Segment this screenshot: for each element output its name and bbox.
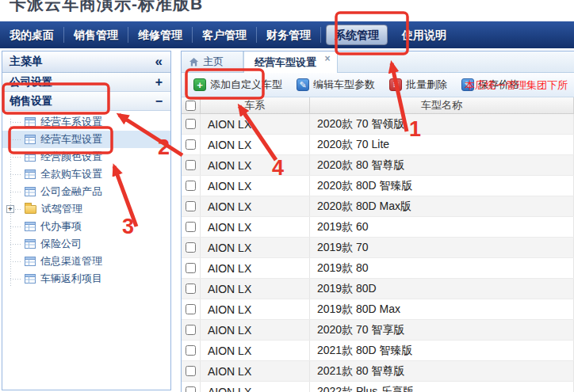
collapse-sidebar-icon[interactable]: « — [155, 56, 163, 67]
row-checkbox[interactable] — [186, 284, 196, 294]
table-row[interactable]: AION LX 2020款 70 智领版 — [182, 114, 574, 135]
nav-item[interactable]: 客户管理 — [193, 27, 257, 43]
table-row[interactable]: AION LX 2020款 80 智尊版 — [182, 155, 574, 176]
nav-item[interactable]: 使用说明 — [392, 27, 456, 43]
row-checkbox[interactable] — [186, 345, 196, 356]
toolbar-button[interactable]: 添加自定义车型 — [188, 74, 288, 95]
grid-header-model-name[interactable]: 车型名称 — [310, 97, 574, 113]
row-checkbox-cell — [182, 114, 201, 134]
tab-close-icon[interactable]: × — [323, 55, 332, 64]
table-icon — [25, 169, 36, 180]
row-checkbox[interactable] — [186, 181, 196, 191]
cell-series: AION LX — [201, 361, 310, 381]
cell-model-name: 2020款 80D 智臻版 — [310, 176, 574, 196]
table-row[interactable]: AION LX 2022款 Plus 乐享版 — [182, 382, 574, 392]
accordion-label: 公司设置 — [10, 75, 52, 89]
toolbar-notice: 本店统一管理集团下所 — [465, 78, 568, 93]
toolbar-button[interactable]: 编辑车型参数 — [291, 74, 381, 95]
tree-item-label: 车辆返利项目 — [40, 272, 102, 286]
sidebar-tree: 经营车系设置 经营车型设置 — [2, 111, 170, 287]
tree-item[interactable]: 车辆返利项目 — [2, 270, 170, 287]
tree-item[interactable]: 经营车型设置 — [2, 131, 170, 148]
tree-guide-line — [10, 279, 21, 280]
tree-item[interactable]: 保险公司 — [2, 235, 170, 253]
toolbar-button-icon — [193, 78, 206, 91]
grid-header-series[interactable]: 车系 — [201, 97, 310, 113]
tree-guide-line — [10, 261, 21, 262]
tree-item-label: 试驾管理 — [41, 202, 82, 216]
table-row[interactable]: AION LX 2020款 80D Max版 — [182, 196, 574, 217]
row-checkbox-cell — [182, 176, 201, 196]
tree-item[interactable]: 公司金融产品 — [2, 183, 170, 200]
toolbar-button-icon — [297, 78, 309, 91]
expand-icon[interactable]: + — [6, 205, 14, 213]
table-row[interactable]: AION LX 2019款 60 — [182, 217, 574, 238]
tree-guide-line — [10, 244, 21, 245]
row-checkbox[interactable] — [186, 242, 196, 253]
row-checkbox[interactable] — [186, 304, 196, 314]
cell-series: AION LX — [201, 341, 310, 360]
nav-item[interactable]: 维修管理 — [128, 27, 193, 43]
row-checkbox-cell — [182, 135, 201, 154]
cell-series: AION LX — [201, 176, 310, 196]
table-row[interactable]: AION LX 2020款 80D 智臻版 — [182, 176, 574, 196]
row-checkbox-cell — [182, 320, 201, 340]
row-checkbox[interactable] — [186, 139, 196, 150]
toolbar-button-icon — [389, 78, 402, 91]
table-icon — [25, 116, 36, 127]
nav-item[interactable]: 财务管理 — [257, 27, 321, 43]
table-row[interactable]: AION LX 2021款 80D 智臻版 — [182, 341, 574, 361]
sidebar-panel-title: 主菜单 — [10, 55, 43, 69]
row-checkbox[interactable] — [186, 160, 196, 170]
cell-model-name: 2020款 70 智领版 — [310, 114, 574, 134]
cell-series: AION LX — [201, 155, 310, 175]
accordion-toggle-icon[interactable]: + — [155, 77, 163, 88]
table-row[interactable]: AION LX 2019款 80D — [182, 279, 574, 299]
nav-item[interactable]: 系统管理 — [326, 25, 388, 45]
app-title: 卡派云车商演示-标准版B — [0, 0, 574, 15]
cell-model-name: 2022款 Plus 乐享版 — [310, 382, 574, 392]
tree-item[interactable]: 信息渠道管理 — [2, 253, 170, 270]
table-row[interactable]: AION LX 2019款 80D Max — [182, 299, 574, 320]
table-row[interactable]: AION LX 2020款 70 Lite — [182, 135, 574, 155]
title-bar: 卡派云车商演示-标准版B — [0, 0, 574, 21]
row-checkbox[interactable] — [186, 119, 196, 129]
row-checkbox-cell — [182, 382, 201, 392]
tree-item-label: 经营颜色设置 — [40, 150, 102, 164]
tree-item-label: 全款购车设置 — [40, 167, 102, 181]
table-icon — [25, 256, 36, 267]
tree-item[interactable]: 全款购车设置 — [2, 166, 170, 183]
tab-home[interactable]: 主页 — [182, 51, 243, 72]
table-row[interactable]: AION LX 2021款 80 智尊版 — [182, 361, 574, 382]
tree-item[interactable]: 代办事项 — [2, 218, 170, 235]
table-row[interactable]: AION LX 2019款 70 — [182, 238, 574, 258]
accordion-header[interactable]: 公司设置 + — [2, 73, 170, 92]
row-checkbox[interactable] — [186, 386, 196, 392]
tree-item[interactable]: 经营车系设置 — [2, 113, 170, 131]
table-row[interactable]: AION LX 2019款 80 — [182, 258, 574, 279]
nav-item[interactable]: 销售管理 — [64, 27, 128, 43]
nav-item[interactable]: 我的桌面 — [0, 27, 64, 43]
accordion-toggle-icon[interactable]: − — [155, 96, 163, 107]
sidebar: 主菜单 « 公司设置 + 销售设置 − — [2, 51, 171, 390]
row-checkbox[interactable] — [186, 325, 196, 335]
row-checkbox[interactable] — [186, 201, 196, 211]
tab-vehicle-model-settings[interactable]: 经营车型设置 × — [243, 51, 338, 73]
tree-item-label: 信息渠道管理 — [40, 254, 102, 268]
main-panel: 主页 经营车型设置 × 添加自定义车型 编辑车型参数 批 — [181, 51, 574, 392]
tree-guide-line — [10, 226, 21, 227]
select-all-checkbox[interactable] — [186, 101, 196, 111]
accordion-header[interactable]: 销售设置 − — [2, 92, 170, 111]
tree-item[interactable]: + 试驾管理 — [2, 200, 170, 218]
cell-series: AION LX — [201, 299, 310, 319]
cell-series: AION LX — [201, 238, 310, 257]
tab-active-label: 经营车型设置 — [254, 55, 316, 70]
row-checkbox[interactable] — [186, 366, 196, 376]
row-checkbox[interactable] — [186, 222, 196, 232]
tree-item-label: 经营车系设置 — [40, 115, 102, 129]
row-checkbox[interactable] — [186, 263, 196, 273]
toolbar-button[interactable]: 批量删除 — [384, 74, 453, 95]
table-row[interactable]: AION LX 2020款 70 智享版 — [182, 320, 574, 341]
row-checkbox-cell — [182, 299, 201, 319]
tree-item[interactable]: 经营颜色设置 — [2, 148, 170, 166]
